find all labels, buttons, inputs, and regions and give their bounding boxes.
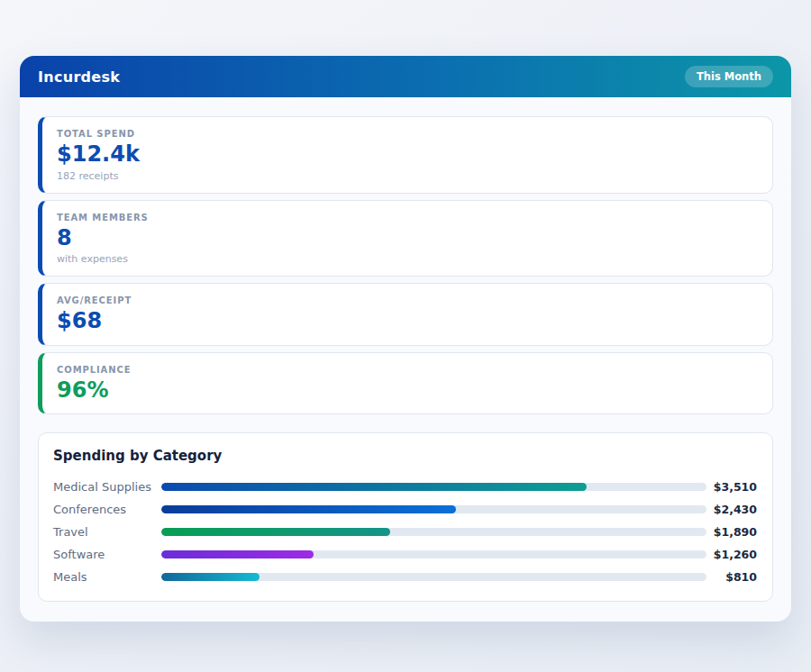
category-row: Conferences $2,430 <box>53 498 757 521</box>
spending-by-category-card: Spending by Category Medical Supplies $3… <box>38 432 773 602</box>
spending-card-title: Spending by Category <box>53 448 757 464</box>
category-value: $3,510 <box>706 480 757 494</box>
stat-subtext: with expenses <box>57 253 758 265</box>
stats-list: TOTAL SPEND $12.4k 182 receipts TEAM MEM… <box>38 116 773 414</box>
category-row: Travel $1,890 <box>53 521 757 543</box>
category-value: $2,430 <box>706 503 757 516</box>
stat-card: TEAM MEMBERS 8 with expenses <box>38 200 773 277</box>
category-label: Travel <box>53 525 161 539</box>
app-header: Incurdesk This Month <box>20 56 791 97</box>
stat-card: AVG/RECEIPT $68 <box>38 283 773 346</box>
dashboard-content: TOTAL SPEND $12.4k 182 receipts TEAM MEM… <box>20 97 791 622</box>
stat-label: TOTAL SPEND <box>57 129 758 139</box>
stat-card: COMPLIANCE 96% <box>38 352 773 415</box>
stat-label: TEAM MEMBERS <box>57 213 758 222</box>
category-row: Software $1,260 <box>53 543 757 566</box>
period-badge[interactable]: This Month <box>685 66 773 87</box>
category-bar-fill <box>161 573 260 581</box>
stat-label: AVG/RECEIPT <box>57 295 758 305</box>
category-bar-list: Medical Supplies $3,510 Conferences $2,4… <box>53 476 757 588</box>
category-label: Meals <box>53 570 161 584</box>
category-bar-track <box>161 483 706 491</box>
category-label: Medical Supplies <box>53 480 161 494</box>
category-bar-fill <box>161 550 314 558</box>
category-label: Conferences <box>53 503 161 516</box>
category-row: Meals $810 <box>53 566 757 588</box>
dashboard-panel: Incurdesk This Month TOTAL SPEND $12.4k … <box>20 56 791 622</box>
stat-value: 96% <box>57 378 758 404</box>
category-bar-track <box>161 528 706 536</box>
category-value: $1,260 <box>706 548 757 561</box>
stat-value: $12.4k <box>57 142 758 168</box>
category-bar-track <box>161 550 706 558</box>
category-bar-fill <box>161 505 456 513</box>
category-bar-track <box>161 505 706 513</box>
app-title: Incurdesk <box>38 68 120 86</box>
category-value: $810 <box>706 570 757 584</box>
stat-value: $68 <box>57 309 758 334</box>
stat-card: TOTAL SPEND $12.4k 182 receipts <box>38 116 773 194</box>
category-bar-track <box>161 573 706 581</box>
category-label: Software <box>53 548 161 561</box>
category-row: Medical Supplies $3,510 <box>53 476 757 498</box>
stat-label: COMPLIANCE <box>57 365 758 375</box>
category-bar-fill <box>161 528 390 536</box>
stat-subtext: 182 receipts <box>57 170 758 182</box>
category-value: $1,890 <box>706 525 757 539</box>
stat-value: 8 <box>57 226 758 251</box>
category-bar-fill <box>161 483 587 491</box>
